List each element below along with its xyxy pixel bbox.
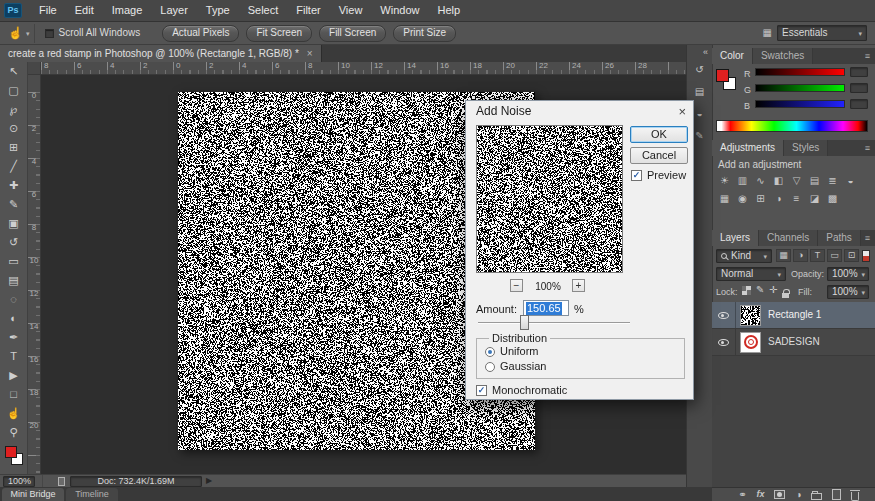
workspace-switcher[interactable]: Essentials <box>777 25 867 41</box>
black-white-icon[interactable]: ◒ <box>842 173 859 188</box>
channel-g-slider[interactable] <box>755 84 845 92</box>
preview-option[interactable]: ✓ Preview <box>631 170 686 181</box>
scroll-all-windows-checkbox[interactable] <box>45 29 54 38</box>
channel-b-slider[interactable] <box>755 100 845 108</box>
adjustment-layer-filter-icon[interactable]: ◑ <box>793 249 808 262</box>
levels-icon[interactable]: ▥ <box>734 173 751 188</box>
preview-checkbox[interactable]: ✓ <box>631 170 642 181</box>
dodge-tool-icon[interactable]: ◐ <box>0 309 27 328</box>
vibrance-icon[interactable]: ▽ <box>788 173 805 188</box>
tool-preset-picker[interactable]: ☝ ▾ <box>4 24 35 43</box>
layer-filter-toggle[interactable] <box>862 250 870 262</box>
uniform-option[interactable]: Uniform <box>485 346 676 357</box>
channel-r-value[interactable] <box>850 67 868 77</box>
clone-stamp-tool-icon[interactable]: ▣ <box>0 214 27 233</box>
panel-menu-icon[interactable]: ≡ <box>865 52 870 61</box>
layer-filter-kind-dropdown[interactable]: Kind <box>716 249 772 263</box>
new-group-icon[interactable] <box>811 493 822 500</box>
new-layer-icon[interactable] <box>832 489 841 500</box>
tab-color[interactable]: Color <box>712 48 753 64</box>
zoom-tool-icon[interactable]: ⚲ <box>0 423 27 442</box>
lasso-tool-icon[interactable]: ℘ <box>0 100 27 119</box>
lock-pixels-icon[interactable]: ✎ <box>756 285 764 295</box>
status-arrow-icon[interactable]: ▶ <box>206 477 212 485</box>
menu-item[interactable]: Filter <box>287 5 329 16</box>
cancel-button[interactable]: Cancel <box>630 147 688 164</box>
close-icon[interactable]: × <box>678 105 686 118</box>
layer-thumbnail[interactable] <box>740 305 761 326</box>
blur-tool-icon[interactable]: ◌ <box>0 290 27 309</box>
options-button[interactable]: Fill Screen <box>319 25 386 42</box>
radio-gaussian[interactable] <box>485 362 495 372</box>
hue-saturation-icon[interactable]: ▤ <box>806 173 823 188</box>
tab-timeline[interactable]: Timeline <box>66 488 118 501</box>
gaussian-option[interactable]: Gaussian <box>485 361 676 372</box>
ok-button[interactable]: OK <box>630 126 688 143</box>
eraser-tool-icon[interactable]: ▭ <box>0 252 27 271</box>
panel-menu-icon[interactable]: ≡ <box>865 234 870 243</box>
eyedropper-tool-icon[interactable]: ╱ <box>0 157 27 176</box>
path-selection-tool-icon[interactable]: ▶ <box>0 366 27 385</box>
channel-g-value[interactable] <box>850 83 868 93</box>
zoom-in-button[interactable]: + <box>572 279 585 292</box>
radio-uniform[interactable] <box>485 347 495 357</box>
opacity-control[interactable]: 100% <box>827 267 869 281</box>
delete-layer-icon[interactable] <box>851 492 859 501</box>
marquee-tool-icon[interactable]: ▢ <box>0 81 27 100</box>
foreground-color-swatch[interactable] <box>5 446 17 458</box>
type-layer-filter-icon[interactable]: T <box>810 249 825 262</box>
tab-paths[interactable]: Paths <box>818 230 861 246</box>
exposure-icon[interactable]: ◧ <box>770 173 787 188</box>
tab-adjustments[interactable]: Adjustments <box>712 140 784 156</box>
tab-swatches[interactable]: Swatches <box>753 48 813 64</box>
quick-selection-tool-icon[interactable]: ⊙ <box>0 119 27 138</box>
move-tool-icon[interactable]: ↖ <box>0 62 27 81</box>
slider-track[interactable] <box>478 322 630 324</box>
layer-style-icon[interactable]: fx <box>756 490 764 499</box>
menu-item[interactable]: Type <box>197 5 239 16</box>
lock-transparency-icon[interactable] <box>742 286 751 295</box>
layer-thumbnail-sadesign[interactable] <box>740 332 761 353</box>
layer-name[interactable]: Rectangle 1 <box>768 310 821 320</box>
options-button[interactable]: Print Size <box>393 25 456 42</box>
menu-item[interactable]: Edit <box>66 5 103 16</box>
panel-menu-icon[interactable]: ≡ <box>865 144 870 153</box>
lock-position-icon[interactable]: ✛ <box>769 285 777 295</box>
threshold-icon[interactable]: ◪ <box>806 191 823 206</box>
channel-mixer-icon[interactable]: ◉ <box>734 191 751 206</box>
tab-styles[interactable]: Styles <box>784 140 828 156</box>
menu-item[interactable]: Image <box>103 5 152 16</box>
history-panel-icon[interactable]: ↺ <box>690 61 710 79</box>
healing-brush-tool-icon[interactable]: ✚ <box>0 176 27 195</box>
tab-channels[interactable]: Channels <box>759 230 818 246</box>
visibility-toggle[interactable] <box>712 329 736 355</box>
tab-mini-bridge[interactable]: Mini Bridge <box>2 488 64 501</box>
zoom-level-field[interactable]: 100% <box>3 476 35 487</box>
shape-layer-filter-icon[interactable]: ▭ <box>827 249 842 262</box>
options-button[interactable]: Fit Screen <box>246 25 312 42</box>
amount-slider[interactable] <box>478 314 630 331</box>
monochromatic-checkbox[interactable]: ✓ <box>476 385 487 396</box>
channel-b-value[interactable] <box>850 99 868 109</box>
document-tab[interactable]: create a red stamp in Photoshop @ 100% (… <box>0 45 322 62</box>
menu-item[interactable]: Help <box>428 5 469 16</box>
gradient-tool-icon[interactable]: ▤ <box>0 271 27 290</box>
monochromatic-option[interactable]: ✓ Monochromatic <box>476 385 567 396</box>
photo-filter-icon[interactable]: ▦ <box>716 191 733 206</box>
slider-thumb[interactable] <box>520 315 529 330</box>
menu-item[interactable]: Layer <box>151 5 197 16</box>
pixel-layer-filter-icon[interactable]: ▦ <box>776 249 791 262</box>
invert-icon[interactable]: ◑ <box>770 191 787 206</box>
horizontal-ruler[interactable]: 86420246810121416182022242628 <box>41 62 686 75</box>
add-layer-mask-icon[interactable] <box>774 490 785 499</box>
close-icon[interactable]: × <box>307 49 313 59</box>
type-tool-icon[interactable]: T <box>0 347 27 366</box>
smart-object-filter-icon[interactable]: ⊡ <box>844 249 859 262</box>
properties-panel-icon[interactable]: ▤ <box>690 83 710 101</box>
options-button[interactable]: Actual Pixels <box>162 25 239 42</box>
hand-tool-icon[interactable]: ☝ <box>0 404 27 423</box>
layer-row[interactable]: Rectangle 1 <box>712 302 875 329</box>
expand-panels-icon[interactable]: « <box>687 45 712 59</box>
menu-item[interactable]: Select <box>239 5 288 16</box>
gradient-map-icon[interactable]: ▩ <box>824 191 841 206</box>
